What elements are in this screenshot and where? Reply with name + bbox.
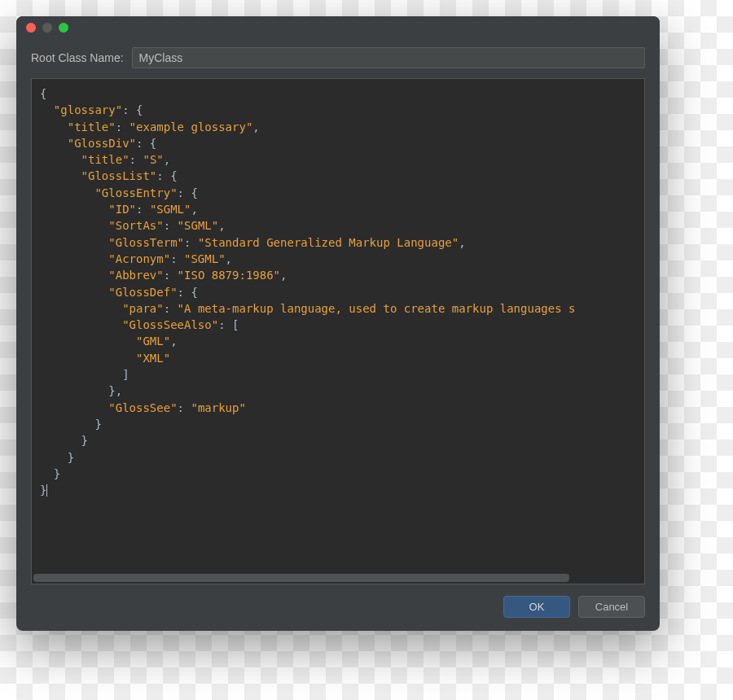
ok-button[interactable]: OK: [503, 596, 570, 618]
horizontal-scrollbar[interactable]: [33, 574, 643, 582]
root-class-row: Root Class Name:: [16, 39, 660, 75]
minimize-icon: [42, 23, 52, 33]
button-row: OK Cancel: [16, 584, 660, 631]
scrollbar-thumb[interactable]: [33, 574, 569, 582]
cancel-button[interactable]: Cancel: [578, 596, 645, 618]
dialog-window: Root Class Name: { "glossary": { "title"…: [16, 16, 660, 631]
root-class-label: Root Class Name:: [31, 51, 124, 64]
zoom-icon[interactable]: [59, 23, 68, 33]
json-editor-content[interactable]: { "glossary": { "title": "example glossa…: [32, 79, 644, 574]
json-editor[interactable]: { "glossary": { "title": "example glossa…: [31, 78, 645, 584]
titlebar: [16, 16, 660, 39]
close-icon[interactable]: [26, 23, 36, 33]
root-class-input[interactable]: [132, 47, 645, 68]
